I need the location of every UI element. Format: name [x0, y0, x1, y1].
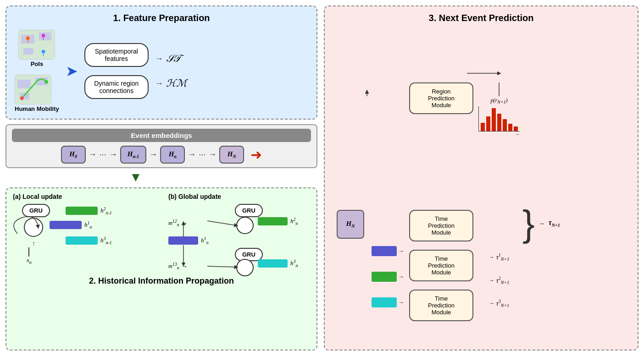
section3-historical: (a) Local update GRU h1n — [6, 187, 317, 351]
embed-bar: Event embeddings — [12, 129, 311, 142]
s1-hm-pair: → ℋℳ — [155, 77, 187, 89]
gru-loop-svg — [13, 213, 50, 250]
final-tau-label: τN+1 — [549, 219, 560, 228]
blue-bar — [372, 246, 397, 256]
svg-rect-3 — [23, 48, 33, 55]
section3-title: 2. Historical Information Propagation — [13, 276, 310, 286]
st-math-label: 𝒮𝒯 — [166, 53, 179, 65]
s1-feature-boxes: Spatiotemporalfeatures Dynamic regioncon… — [84, 43, 149, 99]
seq-arrow-3: → — [149, 150, 157, 159]
gru-circle-bottom — [236, 259, 254, 276]
blue-bar-row: → — [372, 246, 404, 256]
mobility-map-icon — [15, 75, 51, 104]
chart-bar-7 — [514, 126, 518, 131]
tpm3-box: TimePredictionModule — [409, 290, 473, 321]
hn12-local: h2n-1 — [66, 206, 112, 215]
local-title: (a) Local update — [13, 193, 155, 200]
tpm2-box: TimePredictionModule — [409, 250, 473, 281]
final-tau-row: } → τN+1 — [522, 205, 560, 242]
seq-arrow-2: → — [109, 150, 117, 159]
left-panel: 1. Feature Preparation — [6, 5, 317, 351]
tpm-col: RegionPredictionModule TimePredictionMod… — [407, 31, 476, 356]
tau1-label: τ1N+1 — [496, 252, 509, 262]
mobility-label: Human Mobility — [15, 105, 59, 112]
hn1-box: Hn-1 — [120, 146, 147, 164]
svg-point-4 — [26, 37, 30, 40]
chart-bar-1 — [481, 123, 485, 131]
svg-point-8 — [42, 50, 45, 54]
svg-line-20 — [207, 266, 236, 267]
seq-dots-1: ··· — [100, 150, 106, 159]
chart-bar-4 — [497, 114, 501, 131]
cyan-bar-row: → — [372, 297, 404, 307]
sequence-row: H0 → ··· → Hn-1 → Hn → ··· → HN ➜ — [12, 146, 311, 164]
gru-box-global1: GRU — [235, 204, 263, 217]
m13-label: m13n → — [168, 262, 188, 270]
tau3-row: → τ3N+1 — [489, 299, 509, 308]
svg-rect-11 — [17, 80, 31, 88]
s3-content: (a) Local update GRU h1n — [13, 193, 310, 273]
bars-col: → → → — [372, 31, 404, 356]
svg-rect-2 — [39, 33, 51, 40]
arrow-to-st: → — [155, 54, 163, 64]
arrow-to-hm: → — [155, 79, 163, 88]
chart-bar-3 — [492, 108, 496, 131]
svg-point-14 — [20, 97, 24, 100]
tau1-row: → τ1N+1 — [489, 252, 509, 262]
green-bar-row: → — [372, 272, 404, 282]
tau-col: p(rN+1) → — [478, 31, 520, 356]
hN-right-box: HN — [337, 210, 364, 239]
seq-arrow-5: → — [208, 150, 217, 159]
spatiotemporal-feature-box: Spatiotemporalfeatures — [84, 43, 149, 67]
chart-bar-2 — [486, 116, 490, 131]
chart-bar-6 — [508, 124, 512, 131]
section1-title: 1. Feature Preparation — [15, 13, 308, 23]
hn2-global: h2n — [258, 217, 298, 226]
hn3-global: h3n — [258, 259, 298, 268]
blue-arrow-icon: ➤ — [66, 64, 78, 78]
hn13-local: h3n-1 — [66, 236, 112, 245]
local-update: (a) Local update GRU h1n — [13, 193, 155, 273]
s1-icons: PoIs — [15, 30, 59, 112]
chart-bar-5 — [503, 119, 507, 131]
svg-point-6 — [42, 34, 45, 38]
m12-label: m12n → — [168, 219, 188, 227]
right-panel-next-event: 3. Next Event Prediction HN → → — [324, 5, 638, 351]
hn1-local: h1n — [50, 220, 92, 230]
section4-title: 3. Next Event Prediction — [332, 13, 630, 23]
xn-up-arrow: ↑ — [32, 240, 35, 247]
pois-map-icon — [18, 30, 55, 60]
tpm1-box: TimePredictionModule — [409, 210, 473, 241]
s1-math-labels: → 𝒮𝒯 → ℋℳ — [155, 53, 187, 89]
seq-dots-2: ··· — [199, 150, 205, 159]
cyan-bar — [372, 297, 397, 307]
seq-arrow-4: → — [188, 150, 196, 159]
xn-label: xn — [27, 247, 32, 265]
hN-box: HN — [219, 146, 244, 164]
right-body: HN → → → — [332, 31, 630, 356]
dynamic-region-feature-box: Dynamic regionconnections — [84, 75, 149, 99]
global-update: (b) Global update GRU h2n — [168, 193, 310, 273]
brace-icon: } — [522, 205, 535, 242]
rpm-box: RegionPredictionModule — [409, 82, 473, 114]
seq-arrow-1: → — [89, 150, 97, 159]
global-title: (b) Global update — [168, 193, 310, 200]
pois-label: PoIs — [18, 60, 55, 67]
red-arrow-icon: ➜ — [250, 147, 262, 163]
tau2-row: → τ2N+1 — [489, 276, 509, 285]
gru-circle-top — [236, 217, 254, 234]
green-down-arrow: ▼ — [6, 170, 317, 185]
svg-line-19 — [207, 221, 236, 225]
hn1-global: h1n — [168, 236, 209, 245]
hm-math-label: ℋℳ — [166, 77, 187, 89]
tau3-label: τ3N+1 — [496, 299, 509, 308]
hn-box: Hn — [160, 146, 185, 164]
s1-st-pair: → 𝒮𝒯 — [155, 53, 187, 65]
section2-event-embeddings: Event embeddings H0 → ··· → Hn-1 → Hn → … — [6, 124, 317, 168]
green-bar — [372, 272, 397, 282]
hn-col: HN — [332, 31, 369, 356]
h0-box: H0 — [61, 146, 86, 164]
final-col: } → τN+1 — [522, 31, 560, 356]
prob-label: p(rN+1) — [490, 97, 507, 104]
section1-feature-preparation: 1. Feature Preparation — [6, 5, 317, 120]
